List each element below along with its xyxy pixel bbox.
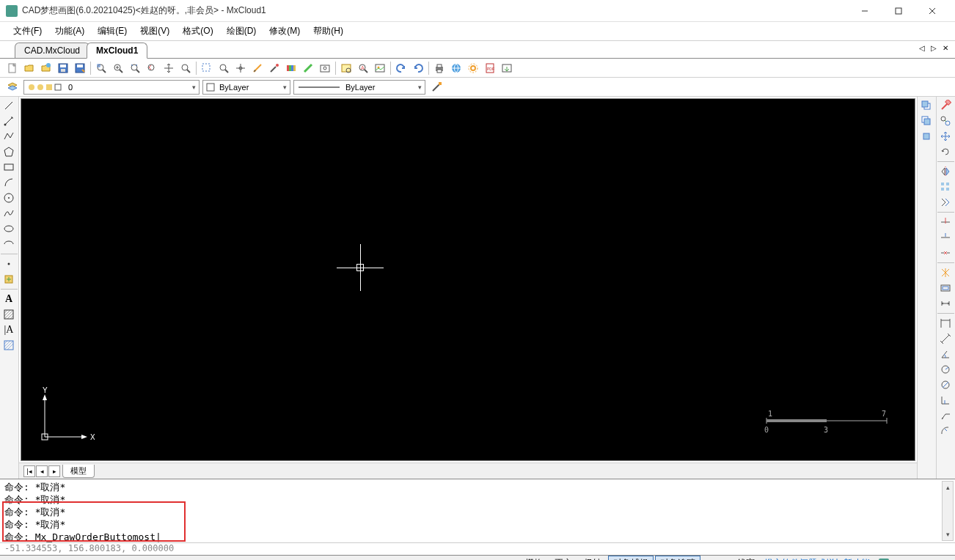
zoom-previous-icon[interactable] [144, 60, 160, 76]
array-icon[interactable] [937, 180, 954, 194]
close-button[interactable] [915, 1, 949, 21]
ordinate-dim-icon[interactable] [937, 393, 954, 408]
extend-icon[interactable] [937, 230, 954, 245]
image-icon[interactable] [372, 60, 388, 76]
document-tab-2[interactable]: MxCloud1 [87, 43, 147, 59]
status-ortho[interactable]: 正交 [549, 556, 577, 560]
zoom-window-icon[interactable] [93, 60, 109, 76]
zoom-extents-icon[interactable] [127, 60, 143, 76]
web-icon[interactable] [448, 60, 464, 76]
export-icon[interactable] [499, 60, 515, 76]
text-find-icon[interactable]: A [355, 60, 371, 76]
menu-format[interactable]: 格式(O) [177, 23, 219, 40]
command-scrollbar[interactable]: ▴▾ [942, 481, 954, 541]
menu-file[interactable]: 文件(F) [7, 23, 48, 40]
mtext-icon[interactable]: |A [1, 323, 17, 337]
ray-icon[interactable] [1, 114, 17, 128]
menu-view[interactable]: 视图(V) [134, 23, 175, 40]
status-otrack[interactable]: 对象追踪 [655, 556, 700, 560]
copy-back-icon[interactable] [918, 114, 934, 128]
spline-icon[interactable] [1, 206, 17, 221]
status-feedback-link[interactable]: 提交软件问题或增加新功能 [761, 557, 873, 560]
pan-icon[interactable] [161, 60, 177, 76]
save-icon[interactable] [55, 60, 71, 76]
pdf-icon[interactable]: PDF [482, 60, 498, 76]
leader-icon[interactable] [937, 408, 954, 423]
redo-icon[interactable] [410, 60, 426, 76]
zoom-all-icon[interactable] [178, 60, 194, 76]
tab-first-icon[interactable]: |◂ [23, 465, 35, 477]
highlight-icon[interactable] [300, 60, 316, 76]
polygon-icon[interactable] [1, 144, 17, 159]
menu-help[interactable]: 帮助(H) [307, 23, 349, 40]
open-from-cloud-icon[interactable] [38, 60, 54, 76]
tab-next-icon[interactable]: ▷ [929, 43, 939, 53]
rainbow-icon[interactable] [283, 60, 299, 76]
minimize-button[interactable] [848, 1, 882, 21]
save-as-icon[interactable] [72, 60, 88, 76]
status-grid[interactable]: 栅格 [520, 556, 548, 560]
tab-next-icon[interactable]: ▸ [48, 465, 60, 477]
select-icon[interactable] [199, 60, 215, 76]
undo-icon[interactable] [393, 60, 409, 76]
print-icon[interactable] [431, 60, 447, 76]
mirror-icon[interactable] [937, 164, 954, 179]
layer-dropdown[interactable]: 0 ▾ [23, 80, 200, 95]
find-icon[interactable] [338, 60, 354, 76]
align-icon[interactable] [937, 195, 954, 210]
drawing-canvas[interactable]: Y X 1 7 0 3 [21, 98, 915, 461]
layer-manager-icon[interactable] [4, 79, 21, 95]
status-dyn[interactable]: DYN [702, 557, 731, 561]
copy-obj-icon[interactable] [937, 114, 954, 128]
angular-dim-icon[interactable] [937, 347, 954, 361]
color-picker-icon[interactable] [266, 60, 282, 76]
linear-dim-icon[interactable] [937, 316, 954, 331]
linetype-brush-icon[interactable] [428, 79, 444, 95]
draw-tool-icon[interactable] [249, 60, 266, 76]
dimension-icon[interactable] [937, 296, 954, 311]
break-icon[interactable] [937, 246, 954, 260]
status-osnap[interactable]: 对象捕捉 [608, 556, 654, 560]
move-icon[interactable] [233, 60, 249, 76]
move-obj-icon[interactable] [937, 129, 954, 144]
line-icon[interactable] [1, 98, 17, 113]
rectangle-icon[interactable] [1, 160, 17, 174]
block-insert-icon[interactable] [1, 272, 17, 287]
copy-front-icon[interactable] [918, 98, 934, 113]
tab-close-icon[interactable]: ✕ [940, 43, 951, 53]
document-tab-1[interactable]: CAD.MxCloud [15, 43, 89, 58]
offset-icon[interactable] [937, 281, 954, 295]
tab-prev-icon[interactable]: ◂ [36, 465, 48, 477]
command-input-line[interactable]: 命令: Mx_DrawOrderButtomost| [4, 531, 951, 542]
erase-icon[interactable] [937, 98, 954, 113]
screenshot-icon[interactable] [317, 60, 333, 76]
ellipse-icon[interactable] [1, 221, 17, 236]
menu-func[interactable]: 功能(A) [49, 23, 90, 40]
model-tab[interactable]: 模型 [62, 465, 95, 478]
text-icon[interactable]: A [1, 292, 17, 306]
color-dropdown[interactable]: ByLayer ▾ [202, 80, 290, 95]
trim-icon[interactable] [937, 215, 954, 229]
menu-modify[interactable]: 修改(M) [263, 23, 306, 40]
polyline-icon[interactable] [1, 129, 17, 144]
open-file-icon[interactable] [21, 60, 37, 76]
rotate-icon[interactable] [937, 144, 954, 159]
zoom-in-icon[interactable] [110, 60, 126, 76]
explode-icon[interactable] [937, 265, 954, 280]
arc-dim-icon[interactable] [937, 424, 954, 438]
circle-icon[interactable] [1, 191, 17, 205]
arc-icon[interactable] [1, 175, 17, 190]
hatch-icon[interactable] [1, 307, 17, 322]
menu-edit[interactable]: 编辑(E) [92, 23, 133, 40]
zoom-realtime-icon[interactable] [216, 60, 232, 76]
status-polar[interactable]: 极轴 [579, 556, 607, 560]
point-icon[interactable] [1, 257, 17, 271]
settings-gear-icon[interactable] [465, 60, 481, 76]
bring-front-icon[interactable] [918, 129, 934, 144]
new-file-icon[interactable] [4, 60, 21, 76]
linetype-dropdown[interactable]: ByLayer ▾ [293, 80, 425, 95]
status-lineweight[interactable]: 线宽 [732, 556, 760, 560]
maximize-button[interactable] [882, 1, 915, 21]
tab-prev-icon[interactable]: ◁ [917, 43, 927, 53]
ellipse-arc-icon[interactable] [1, 237, 17, 251]
